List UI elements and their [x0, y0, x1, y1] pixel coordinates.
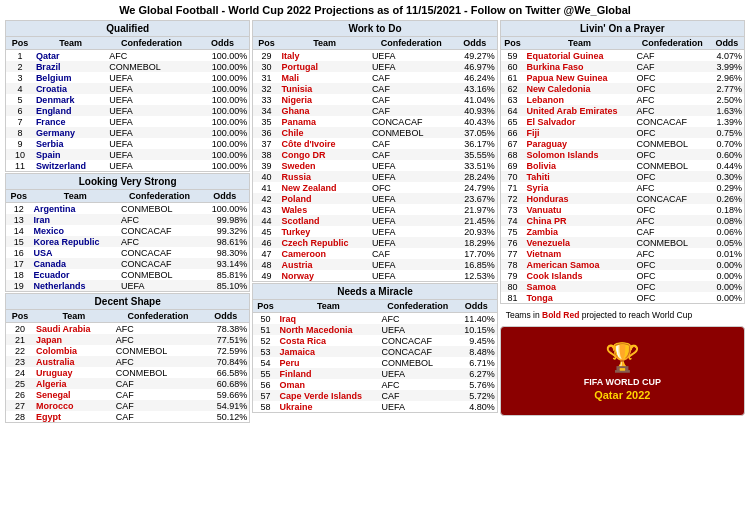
cell-pos: 12 [6, 203, 32, 215]
col-conf: Confederation [107, 37, 195, 50]
cell-confederation: AFC [379, 313, 456, 325]
cell-odds: 72.59% [202, 345, 249, 356]
cell-odds: 46.24% [453, 72, 497, 83]
cell-confederation: CONCACAF [379, 335, 456, 346]
cell-team: Lebanon [524, 94, 634, 105]
cell-odds: 5.72% [456, 390, 497, 401]
cell-team: Serbia [34, 138, 107, 149]
cell-pos: 32 [253, 83, 279, 94]
nam-table: Pos Team Confederation Odds 50IraqAFC11.… [253, 300, 496, 412]
cell-odds: 0.75% [710, 127, 744, 138]
cell-confederation: CONCACAF [379, 346, 456, 357]
cell-team: Paraguay [524, 138, 634, 149]
cell-confederation: CONCACAF [635, 193, 710, 204]
cell-confederation: UEFA [370, 50, 453, 62]
cell-team: Belgium [34, 72, 107, 83]
col-odds: Odds [453, 37, 497, 50]
cell-confederation: CONMEBOL [119, 269, 200, 280]
cell-pos: 81 [501, 292, 525, 303]
cell-pos: 44 [253, 215, 279, 226]
cell-confederation: UEFA [370, 204, 453, 215]
cell-pos: 70 [501, 171, 525, 182]
cell-confederation: AFC [635, 215, 710, 226]
cell-confederation: CAF [114, 400, 203, 411]
cell-pos: 76 [501, 237, 525, 248]
cell-confederation: CAF [370, 105, 453, 116]
cell-pos: 71 [501, 182, 525, 193]
cell-pos: 67 [501, 138, 525, 149]
cell-team: Vanuatu [524, 204, 634, 215]
cell-team: Germany [34, 127, 107, 138]
cell-odds: 9.45% [456, 335, 497, 346]
cell-odds: 100.00% [196, 61, 250, 72]
cell-odds: 0.00% [710, 259, 744, 270]
cell-confederation: UEFA [370, 160, 453, 171]
cell-odds: 1.63% [710, 105, 744, 116]
cell-confederation: UEFA [107, 83, 195, 94]
wtd-table: Pos Team Confederation Odds 29ItalyUEFA4… [253, 37, 496, 281]
cell-odds: 98.30% [200, 247, 249, 258]
cell-pos: 14 [6, 225, 32, 236]
needs-a-miracle-header: Needs a Miracle [253, 284, 496, 300]
cell-team: Tunisia [279, 83, 369, 94]
cell-pos: 80 [501, 281, 525, 292]
cell-odds: 40.43% [453, 116, 497, 127]
cell-odds: 4.07% [710, 50, 744, 62]
cell-team: Colombia [34, 345, 114, 356]
cell-team: England [34, 105, 107, 116]
cell-pos: 79 [501, 270, 525, 281]
cell-odds: 0.70% [710, 138, 744, 149]
needs-a-miracle-section: Needs a Miracle Pos Team Confederation O… [252, 283, 497, 413]
cell-team: Ghana [279, 105, 369, 116]
cell-pos: 19 [6, 280, 32, 291]
cell-odds: 16.85% [453, 259, 497, 270]
cell-pos: 74 [501, 215, 525, 226]
cell-pos: 3 [6, 72, 34, 83]
cell-team: Japan [34, 334, 114, 345]
cell-team: Algeria [34, 378, 114, 389]
cell-confederation: UEFA [370, 270, 453, 281]
cell-confederation: UEFA [370, 193, 453, 204]
cell-pos: 61 [501, 72, 525, 83]
cell-pos: 45 [253, 226, 279, 237]
cell-confederation: UEFA [107, 149, 195, 160]
cell-odds: 11.40% [456, 313, 497, 325]
wc-logo: 🏆 FIFA WORLD CUP Qatar 2022 [500, 326, 745, 416]
cell-pos: 2 [6, 61, 34, 72]
cell-confederation: CONMEBOL [379, 357, 456, 368]
cell-confederation: UEFA [379, 368, 456, 379]
cell-team: Cook Islands [524, 270, 634, 281]
col3: Livin' On a Prayer Pos Team Confederatio… [499, 19, 746, 424]
cell-pos: 11 [6, 160, 34, 171]
cell-odds: 85.10% [200, 280, 249, 291]
cell-odds: 35.55% [453, 149, 497, 160]
cell-confederation: CONMEBOL [114, 345, 203, 356]
cell-confederation: UEFA [370, 259, 453, 270]
cell-team: Iran [32, 214, 119, 225]
cell-pos: 29 [253, 50, 279, 62]
cell-team: Peru [277, 357, 379, 368]
cell-team: Jamaica [277, 346, 379, 357]
cell-pos: 39 [253, 160, 279, 171]
cell-odds: 1.39% [710, 116, 744, 127]
cell-team: American Samoa [524, 259, 634, 270]
cell-odds: 41.04% [453, 94, 497, 105]
cell-odds: 40.93% [453, 105, 497, 116]
cell-team: Mali [279, 72, 369, 83]
cell-team: Costa Rica [277, 335, 379, 346]
cell-pos: 68 [501, 149, 525, 160]
cell-pos: 49 [253, 270, 279, 281]
cell-pos: 69 [501, 160, 525, 171]
cell-odds: 100.00% [196, 50, 250, 62]
col-team: Team [32, 190, 119, 203]
cell-confederation: CONMEBOL [119, 203, 200, 215]
cell-confederation: UEFA [379, 324, 456, 335]
cell-team: Brazil [34, 61, 107, 72]
cell-team: Ukraine [277, 401, 379, 412]
cell-pos: 17 [6, 258, 32, 269]
cell-pos: 28 [6, 411, 34, 422]
cell-pos: 58 [253, 401, 277, 412]
cell-team: Austria [279, 259, 369, 270]
cell-team: Argentina [32, 203, 119, 215]
loap-table: Pos Team Confederation Odds 59Equatorial… [501, 37, 744, 303]
